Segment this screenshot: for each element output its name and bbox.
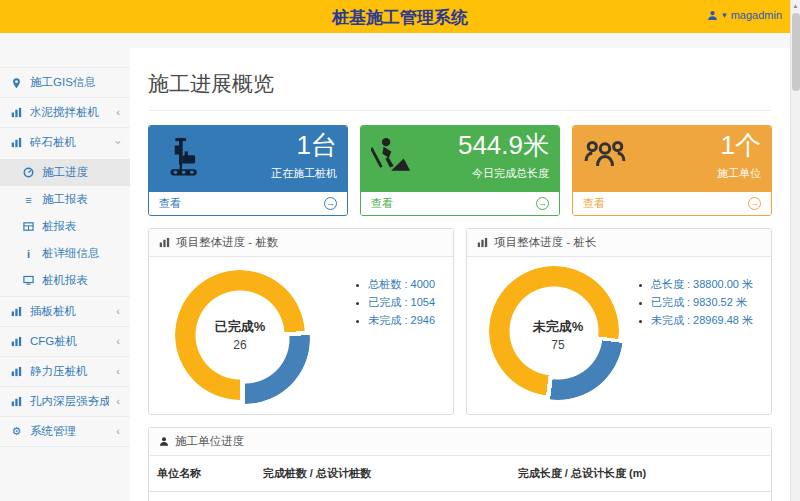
cell-unit-name — [149, 492, 255, 501]
panel-title: 项目整体进度 - 桩长 — [494, 235, 596, 250]
chevron-down-icon: ‹ — [113, 141, 124, 145]
sidebar-item-static-pressure-pile[interactable]: 静力压桩机 ‹ — [0, 357, 130, 387]
chevron-left-icon: ‹ — [116, 396, 120, 407]
sidebar-item-label: 碎石桩机 — [30, 135, 76, 150]
bar-chart-icon — [10, 336, 23, 347]
view-link-label: 查看 — [371, 196, 393, 211]
chevron-left-icon: ‹ — [116, 107, 120, 118]
donut-center-text: 已完成% — [215, 318, 266, 336]
sidebar-subitem-construction-report[interactable]: ≡ 施工报表 — [0, 186, 130, 213]
stat-caption: 今日完成总长度 — [472, 166, 549, 181]
chart-legend: 总桩数 : 4000 已完成 : 1054 未完成 : 2946 — [354, 275, 435, 329]
sidebar-subitem-construction-progress[interactable]: 施工进度 — [0, 159, 130, 186]
vertical-scrollbar[interactable]: ▲ — [790, 0, 800, 501]
gear-icon: ⚙ — [10, 425, 23, 438]
sidebar-subitem-pile-report[interactable]: 桩报表 — [0, 213, 130, 240]
column-header-pile-count: 完成桩数 / 总设计桩数 — [255, 456, 510, 492]
user-menu[interactable]: ▾ magadmin — [707, 9, 782, 21]
sidebar-item-gis-info[interactable]: 施工GIS信息 — [0, 67, 130, 98]
list-icon: ≡ — [22, 194, 35, 206]
sidebar: 施工GIS信息 水泥搅拌桩机 ‹ 碎石桩机 ‹ 施工进度 ≡ — [0, 33, 130, 501]
main-content: 施工进展概览 — [130, 48, 790, 501]
donut-center-value: 75 — [551, 338, 564, 352]
panel-pile-count-progress: 项目整体进度 - 桩数 已完成% 26 总桩数 : 4000 已完成 : 105… — [148, 228, 454, 415]
stat-card-body: 1台 正在施工桩机 — [149, 126, 347, 192]
chevron-left-icon: ‹ — [116, 426, 120, 437]
table-header-row: 单位名称 完成桩数 / 总设计桩数 完成长度 / 总设计长度 (m) — [149, 456, 771, 492]
page-title: 施工进展概览 — [148, 62, 772, 111]
legend-item: 未完成 : 2946 — [368, 311, 435, 329]
app-header: 桩基施工管理系统 ▾ magadmin — [0, 0, 800, 33]
stat-card-view-link[interactable]: 查看 → — [573, 192, 771, 215]
sidebar-subitem-pile-details[interactable]: i 桩详细信息 — [0, 240, 130, 267]
unit-progress-table: 单位名称 完成桩数 / 总设计桩数 完成长度 / 总设计长度 (m) 1054 … — [149, 456, 771, 501]
view-link-label: 查看 — [159, 196, 181, 211]
cell-length: 9831 / 38800 — [510, 492, 771, 501]
info-icon: i — [22, 248, 35, 260]
sidebar-item-cfg-pile[interactable]: CFG桩机 ‹ — [0, 327, 130, 357]
stat-card-body: 544.9米 今日完成总长度 — [361, 126, 559, 192]
caret-down-icon: ▾ — [722, 11, 727, 20]
legend-item: 未完成 : 28969.48 米 — [651, 311, 753, 329]
sidebar-item-label: 孔内深层强夯成桩机 — [30, 394, 109, 409]
stat-card-units: 1个 施工单位 查看 → — [572, 125, 772, 216]
donut-chart-pile-length: 未完成% 75 — [493, 270, 623, 400]
panel-heading: 项目整体进度 - 桩长 — [467, 229, 771, 257]
bar-chart-icon — [10, 306, 23, 317]
stat-cards-row: 1台 正在施工桩机 查看 → — [148, 125, 772, 216]
gauge-icon — [22, 167, 35, 178]
panel-heading: 施工单位进度 — [149, 428, 771, 456]
stat-card-view-link[interactable]: 查看 → — [361, 192, 559, 215]
map-marker-icon — [10, 77, 23, 89]
sidebar-item-gravel-pile[interactable]: 碎石桩机 ‹ — [0, 128, 130, 157]
sidebar-item-label: 系统管理 — [30, 424, 76, 439]
cell-pile-count: 1054 / 4000 — [255, 492, 510, 501]
bar-chart-icon — [10, 366, 23, 377]
view-link-label: 查看 — [583, 196, 605, 211]
donut-center-text: 未完成% — [533, 318, 584, 336]
sidebar-submenu-gravel-pile: 施工进度 ≡ 施工报表 桩报表 i 桩详细信息 桩机报表 — [0, 157, 130, 297]
sidebar-item-label: 插板桩机 — [30, 304, 76, 319]
sidebar-item-system-settings[interactable]: ⚙ 系统管理 ‹ — [0, 417, 130, 447]
donut-center-label: 未完成% 75 — [493, 270, 623, 400]
table-row: 1054 / 4000 9831 / 38800 — [149, 492, 771, 501]
page-layout: 施工GIS信息 水泥搅拌桩机 ‹ 碎石桩机 ‹ 施工进度 ≡ — [0, 33, 790, 501]
arrow-circle-right-icon[interactable]: → — [324, 197, 337, 210]
app-title: 桩基施工管理系统 — [0, 6, 800, 29]
bar-chart-icon — [10, 137, 23, 148]
stat-caption: 施工单位 — [717, 166, 761, 181]
sidebar-item-label: 施工GIS信息 — [30, 75, 96, 90]
legend-item: 已完成 : 1054 — [368, 293, 435, 311]
chart-legend: 总长度 : 38800.00 米 已完成 : 9830.52 米 未完成 : 2… — [637, 275, 753, 329]
stat-card-view-link[interactable]: 查看 → — [149, 192, 347, 215]
panel-heading: 项目整体进度 - 桩数 — [149, 229, 453, 257]
sidebar-subitem-rig-report[interactable]: 桩机报表 — [0, 267, 130, 294]
stat-value: 1个 — [721, 128, 761, 163]
sidebar-item-cement-mixing-pile[interactable]: 水泥搅拌桩机 ‹ — [0, 98, 130, 128]
sidebar-item-sheet-pile[interactable]: 插板桩机 ‹ — [0, 297, 130, 327]
arrow-circle-right-icon[interactable]: → — [536, 197, 549, 210]
sidebar-subitem-label: 桩机报表 — [42, 273, 88, 288]
stat-value: 1台 — [297, 128, 337, 163]
legend-item: 总长度 : 38800.00 米 — [651, 275, 753, 293]
sidebar-item-label: 静力压桩机 — [30, 364, 88, 379]
desktop-icon — [22, 275, 35, 286]
panel-pile-length-progress: 项目整体进度 - 桩长 未完成% 75 总长度 : 38800.00 米 已完成… — [466, 228, 772, 415]
sidebar-subitem-label: 施工进度 — [42, 165, 88, 180]
bar-chart-icon — [477, 237, 488, 248]
stat-value: 544.9米 — [458, 128, 549, 163]
chart-panels-row: 项目整体进度 - 桩数 已完成% 26 总桩数 : 4000 已完成 : 105… — [148, 228, 772, 415]
scrollbar-thumb[interactable] — [792, 13, 800, 91]
username: magadmin — [731, 9, 782, 21]
sidebar-subitem-label: 桩详细信息 — [42, 246, 100, 261]
column-header-length: 完成长度 / 总设计长度 (m) — [510, 456, 771, 492]
sidebar-item-label: 水泥搅拌桩机 — [30, 105, 99, 120]
legend-item: 已完成 : 9830.52 米 — [651, 293, 753, 311]
arrow-circle-right-icon[interactable]: → — [748, 197, 761, 210]
bar-chart-icon — [159, 237, 170, 248]
panel-title: 施工单位进度 — [175, 434, 244, 449]
scrollbar-up-button[interactable]: ▲ — [791, 0, 800, 12]
panel-title: 项目整体进度 - 桩数 — [176, 235, 278, 250]
sidebar-item-ddc-pile[interactable]: 孔内深层强夯成桩机 ‹ — [0, 387, 130, 417]
worker-digging-icon — [371, 137, 413, 179]
